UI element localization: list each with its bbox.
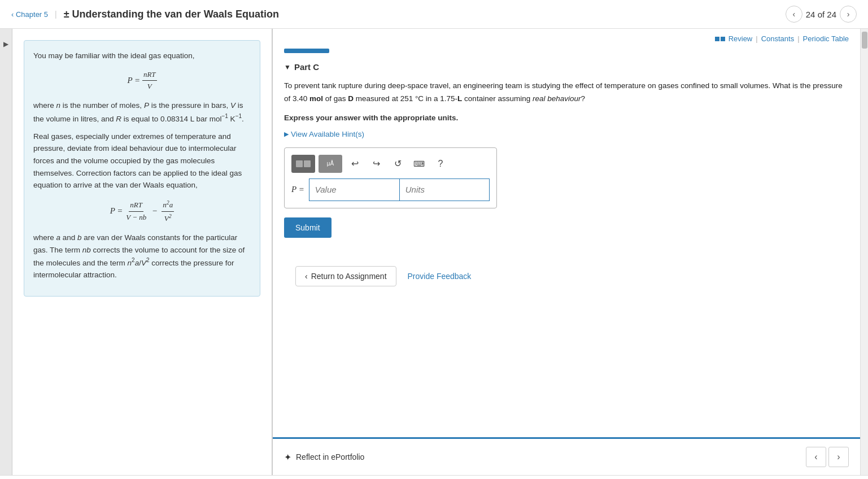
formula1-display: P = nRT V — [33, 69, 251, 93]
unit-icon: μÅ — [327, 160, 334, 167]
formula-icon — [296, 160, 311, 167]
part-c-section: ▼ Part C To prevent tank rupture during … — [273, 62, 860, 292]
reset-button[interactable]: ↺ — [389, 155, 407, 173]
header-left: ‹ Chapter 5 | ± Understanding the van de… — [11, 8, 279, 20]
top-links-bar: Review | Constants | Periodic Table — [273, 29, 860, 49]
help-button[interactable]: ? — [431, 155, 450, 173]
footer-prev-icon: ‹ — [814, 452, 817, 462]
desc3-text: where a and b are van der Waals constant… — [33, 232, 251, 281]
keyboard-icon: ⌨ — [413, 159, 425, 168]
footer-prev-button[interactable]: ‹ — [806, 447, 826, 467]
back-arrow-icon: ‹ — [305, 272, 308, 281]
sep2: | — [797, 34, 799, 43]
toolbar: μÅ ↩ ↪ ↺ ⌨ — [291, 155, 490, 173]
main-container: ▶ You may be familiar with the ideal gas… — [0, 29, 868, 475]
chapter-back-link[interactable]: ‹ Chapter 5 — [11, 10, 48, 19]
sep1: | — [756, 34, 757, 43]
prev-page-button[interactable]: ‹ — [786, 6, 802, 23]
desc2-text: Real gases, especially under extremes of… — [33, 130, 251, 191]
reset-icon: ↺ — [394, 158, 402, 169]
hint-triangle-icon: ▶ — [284, 130, 289, 138]
info-box: You may be familiar with the ideal gas e… — [24, 40, 260, 297]
sidebar-arrow-icon: ▶ — [3, 40, 8, 48]
progress-bar — [284, 49, 329, 53]
top-header: ‹ Chapter 5 | ± Understanding the van de… — [0, 0, 868, 29]
intro-text: You may be familiar with the ideal gas e… — [33, 50, 251, 62]
footer-nav: ‹ › — [806, 447, 849, 467]
provide-feedback-link[interactable]: Provide Feedback — [408, 272, 472, 281]
p-label: P = — [291, 185, 304, 194]
footer-left: ✦ Reflect in ePortfolio — [284, 452, 364, 463]
review-link[interactable]: Review — [729, 34, 753, 43]
reflect-icon: ✦ — [284, 452, 291, 463]
constants-link[interactable]: Constants — [761, 34, 795, 43]
periodic-table-link[interactable]: Periodic Table — [803, 34, 849, 43]
formula2-display: P = nRT V − nb − n2a V2 — [33, 198, 251, 225]
bottom-bar: ‹ Return to Assignment Provide Feedback — [284, 260, 849, 292]
submit-container: Submit — [284, 217, 849, 249]
help-icon: ? — [438, 159, 443, 169]
plus-minus-icon: ± — [64, 8, 69, 20]
sidebar-toggle[interactable]: ▶ — [0, 29, 12, 475]
right-panel: Review | Constants | Periodic Table ▼ Pa… — [273, 29, 860, 475]
left-panel: You may be familiar with the ideal gas e… — [12, 29, 272, 475]
part-collapse-icon[interactable]: ▼ — [284, 63, 291, 71]
part-label: Part C — [294, 62, 319, 72]
reflect-eportfolio-button[interactable]: Reflect in ePortfolio — [296, 452, 364, 461]
question-text: To prevent tank rupture during deep-spac… — [284, 80, 849, 106]
page-label: 24 of 24 — [806, 10, 836, 19]
return-to-assignment-button[interactable]: ‹ Return to Assignment — [295, 266, 396, 286]
undo-icon: ↩ — [351, 158, 359, 169]
value-input[interactable] — [309, 178, 399, 201]
part-header: ▼ Part C — [284, 62, 849, 72]
pagination-controls: ‹ 24 of 24 › — [786, 6, 857, 23]
desc1-text: where n is the number of moles, P is the… — [33, 99, 251, 125]
keyboard-button[interactable]: ⌨ — [410, 155, 428, 173]
formula-toolbar-btn[interactable] — [291, 155, 315, 173]
review-icon — [715, 37, 725, 41]
submit-button[interactable]: Submit — [284, 217, 332, 238]
unit-toolbar-btn[interactable]: μÅ — [319, 155, 342, 173]
input-row: P = — [291, 178, 490, 201]
next-page-button[interactable]: › — [840, 6, 857, 23]
page-title: ± Understanding the van der Waals Equati… — [64, 8, 279, 20]
right-scrollable: Review | Constants | Periodic Table ▼ Pa… — [273, 29, 860, 437]
activity-details-bar: Activity Details — [0, 475, 868, 479]
hint-link[interactable]: ▶ View Available Hint(s) — [284, 130, 849, 138]
footer-next-button[interactable]: › — [828, 447, 849, 467]
progress-bar-container — [273, 49, 860, 53]
redo-icon: ↪ — [373, 158, 380, 169]
answer-box: μÅ ↩ ↪ ↺ ⌨ — [284, 147, 497, 208]
footer-bar: ✦ Reflect in ePortfolio ‹ › — [273, 437, 860, 475]
scrollbar[interactable] — [860, 29, 868, 475]
units-input[interactable] — [399, 178, 490, 201]
footer-next-icon: › — [837, 452, 840, 462]
redo-button[interactable]: ↪ — [367, 155, 385, 173]
express-text: Express your answer with the appropriate… — [284, 114, 849, 122]
undo-button[interactable]: ↩ — [346, 155, 364, 173]
